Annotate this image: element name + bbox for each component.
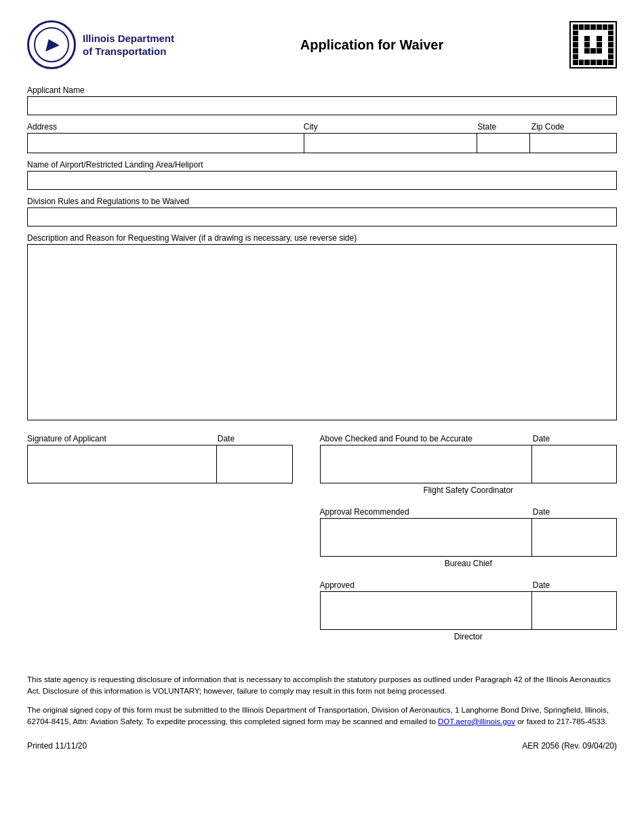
submission-paragraph: The original signed copy of this form mu…: [27, 704, 617, 728]
applicant-sig-boxes: [27, 445, 293, 483]
approval-recommended-date-box[interactable]: [532, 519, 616, 556]
address-label: Address: [27, 122, 301, 132]
bottom-bar: Printed 11/11/20 AER 2056 (Rev. 09/04/20…: [27, 741, 617, 751]
logo-circle: ▶: [27, 20, 76, 69]
approval-recommended-date-label: Date: [530, 507, 617, 517]
printed-date: Printed 11/11/20: [27, 741, 87, 751]
airport-label: Name of Airport/Restricted Landing Area/…: [27, 160, 617, 170]
zip-label: Zip Code: [529, 122, 617, 132]
page-title: Application for Waiver: [174, 37, 569, 53]
bureau-chief-sublabel: Bureau Chief: [320, 559, 618, 568]
flight-safety-sublabel: Flight Safety Coordinator: [320, 485, 618, 495]
fax-text: or faxed to 217-785-4533.: [517, 717, 607, 726]
page-header: ▶ Illinois Department of Transportation …: [27, 20, 617, 69]
approval-recommended-boxes: [320, 518, 618, 557]
state-input[interactable]: [477, 134, 529, 153]
footer-text: This state agency is requesting disclosu…: [27, 674, 617, 728]
applicant-sig-label: Signature of Applicant: [27, 434, 215, 443]
approval-recommended-label: Approval Recommended: [320, 507, 530, 517]
logo-icon: ▶: [34, 27, 69, 62]
applicant-name-input[interactable]: [27, 96, 617, 115]
above-checked-group: Above Checked and Found to be Accurate D…: [320, 434, 618, 495]
description-section: Description and Reason for Requesting Wa…: [27, 233, 617, 420]
approval-recommended-labels: Approval Recommended Date: [320, 507, 618, 517]
address-section: Address City State Zip Code: [27, 122, 617, 153]
disclosure-paragraph: This state agency is requesting disclosu…: [27, 674, 617, 698]
airport-input[interactable]: [27, 171, 617, 190]
applicant-sig-labels: Signature of Applicant Date: [27, 434, 293, 443]
address-input[interactable]: [28, 134, 304, 153]
signatures-section: Signature of Applicant Date Above Checke…: [27, 434, 617, 654]
form-number: AER 2056 (Rev. 09/04/20): [522, 741, 617, 751]
division-rules-input[interactable]: [27, 207, 617, 226]
city-label: City: [301, 122, 475, 132]
applicant-name-label: Applicant Name: [27, 85, 617, 95]
airport-section: Name of Airport/Restricted Landing Area/…: [27, 160, 617, 190]
above-checked-boxes: [320, 445, 618, 483]
applicant-date-label: Date: [215, 434, 293, 443]
approved-sig-box[interactable]: [321, 592, 532, 629]
approved-date-box[interactable]: [532, 592, 616, 629]
approval-recommended-group: Approval Recommended Date Bureau Chief: [320, 507, 618, 568]
state-label: State: [475, 122, 529, 132]
applicant-signature-group: Signature of Applicant Date: [27, 434, 293, 654]
applicant-date-box[interactable]: [217, 445, 292, 483]
division-rules-section: Division Rules and Regulations to be Wai…: [27, 197, 617, 226]
approval-recommended-sig-box[interactable]: [321, 519, 532, 556]
approved-group: Approved Date Director: [320, 580, 618, 641]
above-date-label: Date: [530, 434, 617, 443]
qr-code: [569, 21, 617, 68]
org-name: Illinois Department of Transportation: [83, 32, 174, 58]
logo-area: ▶ Illinois Department of Transportation: [27, 20, 174, 69]
applicant-sig-box[interactable]: [28, 445, 217, 483]
address-boxes: [27, 133, 617, 153]
address-labels: Address City State Zip Code: [27, 122, 617, 132]
approved-date-label: Date: [530, 580, 617, 590]
city-input[interactable]: [304, 134, 477, 153]
applicant-name-section: Applicant Name: [27, 85, 617, 115]
description-label: Description and Reason for Requesting Wa…: [27, 233, 617, 243]
above-checked-labels: Above Checked and Found to be Accurate D…: [320, 434, 618, 443]
approved-label: Approved: [320, 580, 530, 590]
division-rules-label: Division Rules and Regulations to be Wai…: [27, 197, 617, 206]
official-signatures-group: Above Checked and Found to be Accurate D…: [320, 434, 618, 654]
director-sublabel: Director: [320, 632, 618, 641]
description-input[interactable]: [27, 244, 617, 420]
approved-boxes: [320, 591, 618, 630]
approved-labels: Approved Date: [320, 580, 618, 590]
above-checked-sig-box[interactable]: [321, 445, 532, 483]
above-checked-label: Above Checked and Found to be Accurate: [320, 434, 530, 443]
zip-input[interactable]: [530, 134, 616, 153]
above-checked-date-box[interactable]: [532, 445, 616, 483]
email-link[interactable]: DOT.aero@illinois.gov: [438, 717, 515, 726]
